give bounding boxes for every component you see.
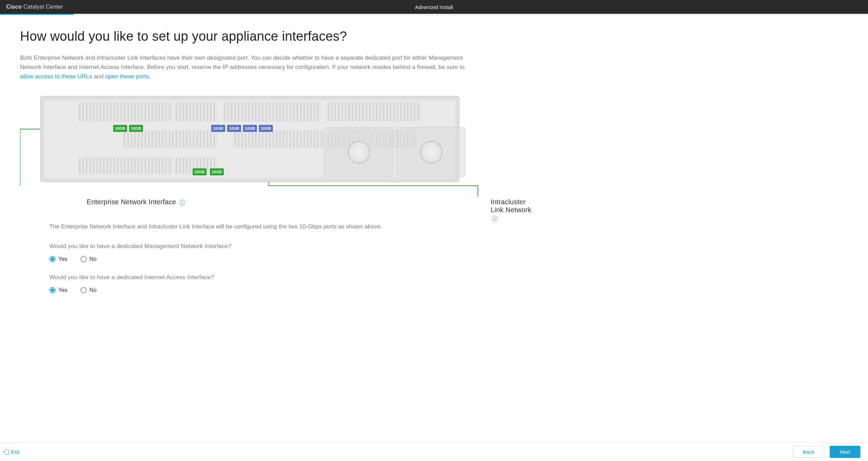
port-10gb-blue: 10GB bbox=[243, 125, 257, 132]
fan-icon bbox=[347, 141, 370, 164]
enterprise-interface-text: Enterprise Network Interface bbox=[87, 198, 176, 206]
question-internet-interface: Would you like to have a dedicated Inter… bbox=[49, 274, 539, 281]
config-note: The Enterprise Network Interface and Int… bbox=[49, 222, 498, 231]
wizard-title: Advanced Install bbox=[415, 4, 453, 10]
page-heading: How would you like to set up your applia… bbox=[20, 29, 539, 44]
question-management-interface: Would you like to have a dedicated Manag… bbox=[49, 243, 539, 250]
brand-bold: Cisco bbox=[6, 4, 22, 10]
vent-panel bbox=[79, 157, 172, 174]
radio-dot-icon bbox=[80, 287, 87, 293]
radio-dot-icon bbox=[80, 256, 87, 262]
intracluster-interface-label: Intracluster Link Network i bbox=[491, 198, 539, 222]
vent-panel bbox=[79, 102, 172, 121]
port-10gb-green: 10GB bbox=[210, 168, 224, 175]
radio-label: No bbox=[89, 287, 96, 293]
intracluster-interface-text: Intracluster Link Network bbox=[491, 198, 531, 214]
fan-icon bbox=[420, 141, 443, 164]
appliance-chassis: 10GB 10GB 10GB 10GB 10GB 10GB 10GB 10GB bbox=[40, 96, 460, 182]
intro-c: . bbox=[149, 73, 151, 80]
vent-panel bbox=[224, 102, 320, 121]
vent-panel bbox=[124, 130, 217, 148]
port-10gb-blue: 10GB bbox=[227, 125, 241, 132]
appliance-diagram: 10GB 10GB 10GB 10GB 10GB 10GB 10GB 10GB … bbox=[20, 96, 539, 212]
port-10gb-green: 10GB bbox=[193, 168, 206, 175]
info-icon[interactable]: i bbox=[492, 216, 498, 221]
progress-fill bbox=[0, 14, 74, 15]
intro-b: and bbox=[94, 73, 105, 80]
intro-text: Both Enterprise Network and Intracluster… bbox=[20, 53, 479, 81]
radio-inet-no[interactable]: No bbox=[80, 287, 96, 293]
radio-dot-icon bbox=[49, 256, 56, 262]
radio-mgmt-no[interactable]: No bbox=[80, 256, 96, 262]
port-10gb-blue: 10GB bbox=[211, 125, 225, 132]
enterprise-interface-label: Enterprise Network Interface i bbox=[87, 198, 185, 206]
interface-labels: Enterprise Network Interface i Intraclus… bbox=[40, 198, 539, 212]
top-bar: Cisco Catalyst Center Advanced Install bbox=[0, 0, 868, 14]
radio-group-internet: Yes No bbox=[49, 287, 539, 293]
radio-dot-icon bbox=[49, 287, 56, 293]
vent-panel bbox=[327, 102, 421, 121]
radio-inet-yes[interactable]: Yes bbox=[49, 287, 67, 293]
radio-label: No bbox=[89, 256, 96, 262]
brand: Cisco Catalyst Center bbox=[6, 4, 63, 10]
port-10gb-green: 10GB bbox=[129, 125, 143, 132]
info-icon[interactable]: i bbox=[180, 200, 185, 205]
brand-light: Catalyst Center bbox=[23, 4, 63, 10]
link-allow-urls[interactable]: allow access to these URLs bbox=[20, 73, 92, 80]
port-10gb-blue: 10GB bbox=[259, 125, 273, 132]
radio-group-management: Yes No bbox=[49, 256, 539, 262]
port-10gb-green: 10GB bbox=[113, 125, 127, 132]
link-open-ports[interactable]: open these ports bbox=[105, 73, 149, 80]
vent-panel bbox=[175, 102, 217, 121]
radio-label: Yes bbox=[58, 256, 67, 262]
radio-label: Yes bbox=[58, 287, 67, 293]
page-content: How would you like to set up your applia… bbox=[0, 15, 559, 335]
vent-panel bbox=[234, 130, 324, 148]
intro-a: Both Enterprise Network and Intracluster… bbox=[20, 55, 465, 70]
radio-mgmt-yes[interactable]: Yes bbox=[49, 256, 67, 262]
